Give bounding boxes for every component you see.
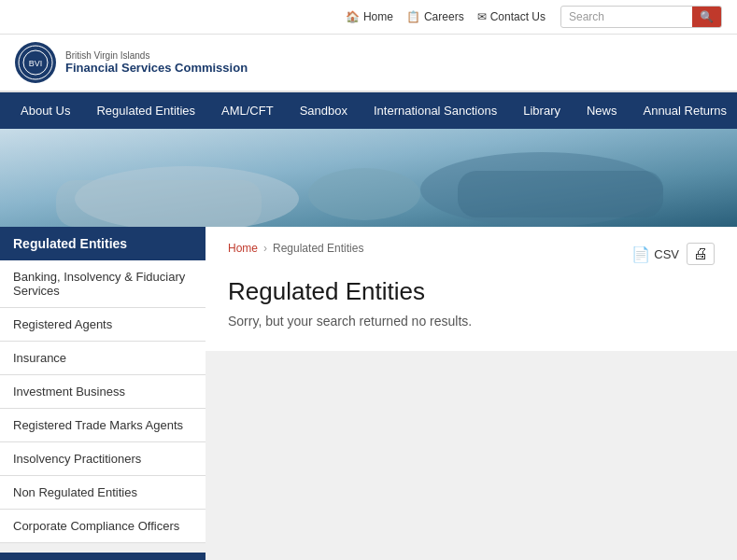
top-search-input[interactable] [561,7,692,26]
hero-svg [0,129,737,227]
logo-circle: BVI [15,42,56,83]
sidebar: Regulated Entities Banking, Insolvency &… [0,227,206,560]
nav-international-sanctions[interactable]: International Sanctions [361,92,510,129]
svg-point-8 [308,168,420,220]
header-actions: 📄 CSV 🖨 [631,243,715,265]
site-header: BVI British Virgin Islands Financial Ser… [0,35,737,92]
logo-text: British Virgin Islands Financial Service… [65,50,248,76]
svg-rect-5 [56,180,262,227]
sidebar-title: Regulated Entities [0,227,206,260]
top-search-bar: 🔍 [560,6,722,28]
nav-sandbox[interactable]: Sandbox [287,92,361,129]
nav-annual-returns[interactable]: Annual Returns [630,92,737,129]
contact-link[interactable]: ✉ Contact Us [477,10,546,23]
nav-library[interactable]: Library [510,92,574,129]
nav-aml-cft[interactable]: AML/CFT [208,92,287,129]
sidebar-item-investment[interactable]: Investment Business [0,375,206,409]
no-results-message: Sorry, but your search returned no resul… [228,314,715,329]
logo-area: BVI British Virgin Islands Financial Ser… [15,42,248,83]
svg-rect-7 [458,171,663,217]
top-bar: 🏠 Home 📋 Careers ✉ Contact Us 🔍 [0,0,737,35]
printer-icon: 🖨 [693,245,708,261]
sidebar-item-registered-agents[interactable]: Registered Agents [0,308,206,342]
careers-link[interactable]: 📋 Careers [406,10,464,23]
top-bar-links: 🏠 Home 📋 Careers ✉ Contact Us [346,10,546,23]
logo-svg: BVI [18,45,53,80]
csv-icon: 📄 [631,245,650,263]
sidebar-item-non-regulated[interactable]: Non Regulated Entities [0,476,206,510]
sidebar-item-banking[interactable]: Banking, Insolvency & Fiduciary Services [0,260,206,308]
content-inner: Home › Regulated Entities 📄 CSV 🖨 Regula… [206,227,737,351]
hero-image [0,129,737,227]
top-search-button[interactable]: 🔍 [692,7,721,27]
sidebar-item-compliance[interactable]: Corporate Compliance Officers [0,510,206,543]
sidebar-item-trade-marks[interactable]: Registered Trade Marks Agents [0,409,206,442]
print-button[interactable]: 🖨 [687,243,715,265]
breadcrumb-home[interactable]: Home [228,242,258,255]
sidebar-item-insurance[interactable]: Insurance [0,342,206,375]
csv-button[interactable]: 📄 CSV [631,245,679,263]
nav-regulated-entities[interactable]: Regulated Entities [83,92,208,129]
careers-icon: 📋 [406,10,420,23]
svg-text:BVI: BVI [29,59,43,68]
contact-icon: ✉ [477,10,487,23]
home-icon: 🏠 [346,10,360,23]
page-title: Regulated Entities [228,277,715,306]
home-link[interactable]: 🏠 Home [346,10,393,23]
main-nav: About Us Regulated Entities AML/CFT Sand… [0,92,737,129]
nav-about-us[interactable]: About Us [7,92,83,129]
bvi-label: British Virgin Islands [65,50,248,61]
org-name: Financial Services Commission [65,61,248,76]
nav-news[interactable]: News [574,92,631,129]
breadcrumb-separator: › [263,242,267,255]
main-content: Home › Regulated Entities 📄 CSV 🖨 Regula… [206,227,737,560]
breadcrumb-current: Regulated Entities [273,242,363,255]
body-layout: Regulated Entities Banking, Insolvency &… [0,227,737,560]
breadcrumb: Home › Regulated Entities [228,242,363,255]
sidebar-item-insolvency[interactable]: Insolvency Practitioners [0,442,206,476]
filter-options-title: Filter Options [0,553,206,560]
